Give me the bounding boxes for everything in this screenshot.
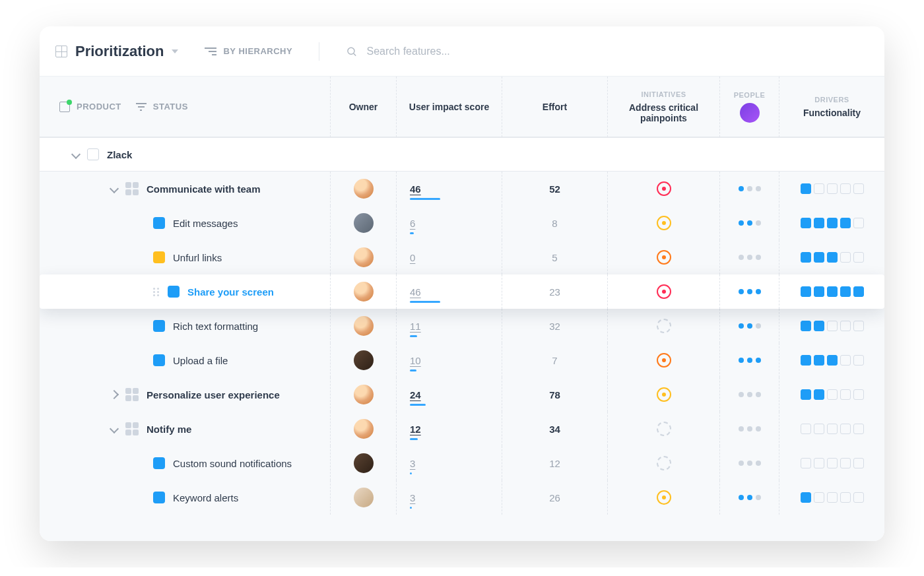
driver-boxes bbox=[801, 321, 864, 331]
effort-value[interactable]: 8 bbox=[502, 206, 607, 240]
feature-color-tag bbox=[153, 354, 165, 366]
effort-value[interactable]: 23 bbox=[502, 274, 607, 309]
feature-name[interactable]: Keyword alerts bbox=[173, 492, 238, 503]
owner-avatar[interactable] bbox=[354, 316, 374, 336]
feature-name[interactable]: Share your screen bbox=[187, 286, 274, 298]
feature-row[interactable]: Keyword alerts 3 26 bbox=[40, 480, 884, 515]
people-avatar-icon bbox=[740, 103, 760, 123]
people-dots bbox=[739, 426, 761, 432]
feature-name[interactable]: Unfurl links bbox=[173, 252, 222, 263]
initiative-ring-icon[interactable] bbox=[657, 284, 671, 299]
effort-value[interactable]: 52 bbox=[502, 172, 607, 206]
score-value[interactable]: 3 bbox=[410, 492, 415, 503]
feature-row[interactable]: Rich text formatting 11 32 bbox=[40, 309, 884, 343]
product-row[interactable]: Zlack bbox=[40, 137, 884, 172]
filter-icon bbox=[136, 101, 147, 113]
driver-boxes bbox=[801, 252, 864, 263]
group-row[interactable]: Personalize user experience 24 78 bbox=[40, 377, 884, 412]
owner-avatar[interactable] bbox=[354, 282, 374, 302]
score-value[interactable]: 11 bbox=[410, 321, 421, 332]
col-drivers[interactable]: DRIVERSFunctionality bbox=[779, 77, 884, 137]
owner-avatar[interactable] bbox=[354, 213, 374, 233]
feature-row[interactable]: Upload a file 10 7 bbox=[40, 343, 884, 377]
initiative-ring-icon[interactable] bbox=[657, 456, 671, 470]
score-value[interactable]: 0 bbox=[410, 252, 415, 263]
chevron-down-icon[interactable] bbox=[71, 150, 81, 159]
score-value[interactable]: 3 bbox=[410, 458, 415, 469]
group-row[interactable]: Communicate with team 46 52 bbox=[40, 172, 884, 206]
status-filter[interactable]: STATUS bbox=[136, 101, 188, 113]
initiative-ring-icon[interactable] bbox=[657, 250, 671, 265]
effort-value[interactable]: 12 bbox=[502, 446, 607, 480]
initiative-ring-icon[interactable] bbox=[657, 181, 671, 196]
drag-handle-icon[interactable] bbox=[153, 288, 160, 296]
group-icon bbox=[125, 388, 139, 401]
table-body: Zlack Communicate with team 46 52 Edit m… bbox=[40, 137, 884, 541]
people-dots bbox=[739, 186, 761, 191]
effort-value[interactable]: 5 bbox=[502, 240, 607, 274]
view-switcher[interactable]: Prioritization bbox=[55, 43, 178, 60]
feature-color-tag bbox=[153, 217, 165, 229]
search-field[interactable] bbox=[346, 45, 869, 58]
group-name: Notify me bbox=[147, 424, 191, 435]
initiative-ring-icon[interactable] bbox=[657, 422, 671, 436]
score-value[interactable]: 46 bbox=[410, 286, 421, 298]
feature-name[interactable]: Custom sound notifications bbox=[173, 458, 292, 469]
group-row[interactable]: Notify me 12 34 bbox=[40, 412, 884, 446]
initiative-ring-icon[interactable] bbox=[657, 319, 671, 333]
divider bbox=[319, 42, 319, 61]
caret-down-icon bbox=[172, 49, 178, 53]
view-title: Prioritization bbox=[75, 43, 164, 60]
chevron-icon[interactable] bbox=[110, 390, 119, 399]
initiative-ring-icon[interactable] bbox=[657, 387, 671, 402]
grid-icon bbox=[55, 46, 67, 57]
effort-value[interactable]: 32 bbox=[502, 309, 607, 343]
owner-avatar[interactable] bbox=[354, 247, 374, 267]
group-by-toggle[interactable]: BY HIERARCHY bbox=[205, 46, 292, 57]
owner-avatar[interactable] bbox=[354, 385, 374, 404]
col-effort[interactable]: Effort bbox=[502, 77, 607, 137]
feature-row[interactable]: Share your screen 46 23 bbox=[40, 274, 884, 309]
owner-avatar[interactable] bbox=[354, 453, 374, 473]
feature-name[interactable]: Edit messages bbox=[173, 218, 238, 229]
product-filter-label: PRODUCT bbox=[77, 102, 121, 112]
owner-avatar[interactable] bbox=[354, 179, 374, 199]
owner-avatar[interactable] bbox=[354, 350, 374, 370]
feature-row[interactable]: Edit messages 6 8 bbox=[40, 206, 884, 240]
score-value[interactable]: 46 bbox=[410, 183, 421, 195]
score-value[interactable]: 6 bbox=[410, 218, 415, 229]
driver-boxes bbox=[801, 286, 864, 297]
effort-value[interactable]: 78 bbox=[502, 377, 607, 412]
col-initiatives[interactable]: INITIATIVESAddress critical painpoints bbox=[607, 77, 719, 137]
feature-name[interactable]: Upload a file bbox=[173, 355, 228, 366]
status-filter-label: STATUS bbox=[153, 102, 188, 112]
driver-boxes bbox=[801, 458, 864, 468]
owner-avatar[interactable] bbox=[354, 488, 374, 507]
product-name: Zlack bbox=[107, 149, 132, 160]
search-input[interactable] bbox=[366, 45, 869, 58]
effort-value[interactable]: 7 bbox=[502, 343, 607, 377]
hierarchy-label: BY HIERARCHY bbox=[223, 46, 292, 56]
feature-name[interactable]: Rich text formatting bbox=[173, 321, 258, 332]
product-filter[interactable]: PRODUCT bbox=[59, 102, 121, 112]
score-value[interactable]: 10 bbox=[410, 355, 421, 366]
initiative-ring-icon[interactable] bbox=[657, 490, 671, 505]
col-user-impact-score[interactable]: User impact score bbox=[396, 77, 502, 137]
effort-value[interactable]: 34 bbox=[502, 412, 607, 446]
owner-avatar[interactable] bbox=[354, 419, 374, 439]
chevron-icon[interactable] bbox=[110, 424, 119, 433]
group-name: Communicate with team bbox=[147, 183, 261, 195]
chevron-icon[interactable] bbox=[110, 184, 119, 193]
driver-boxes bbox=[801, 355, 864, 366]
col-people[interactable]: PEOPLE bbox=[719, 77, 779, 137]
score-value[interactable]: 24 bbox=[410, 389, 421, 400]
col-owner[interactable]: Owner bbox=[330, 77, 396, 137]
initiative-ring-icon[interactable] bbox=[657, 353, 671, 368]
feature-row[interactable]: Custom sound notifications 3 12 bbox=[40, 446, 884, 480]
driver-boxes bbox=[801, 424, 864, 434]
effort-value[interactable]: 26 bbox=[502, 480, 607, 515]
score-value[interactable]: 12 bbox=[410, 424, 421, 435]
initiative-ring-icon[interactable] bbox=[657, 216, 671, 230]
feature-row[interactable]: Unfurl links 0 5 bbox=[40, 240, 884, 274]
left-header: PRODUCT STATUS bbox=[40, 101, 330, 113]
